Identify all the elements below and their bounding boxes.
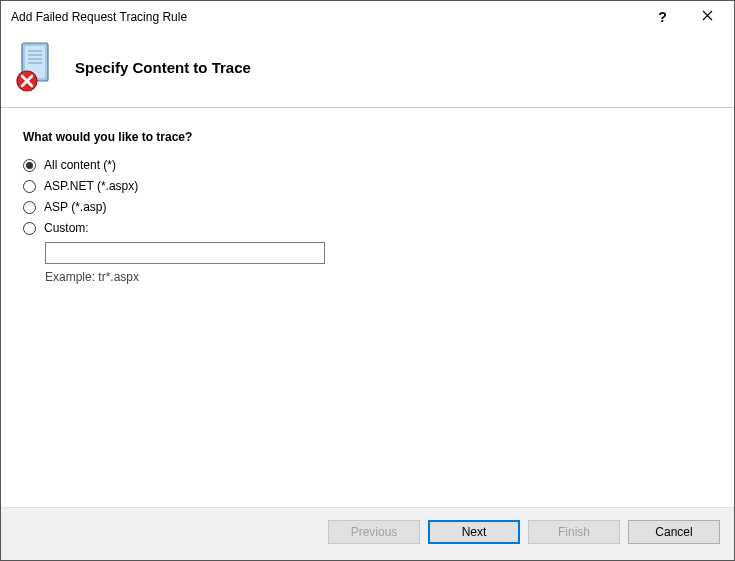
question-label: What would you like to trace? [23,130,712,144]
radio-label: ASP.NET (*.aspx) [44,179,138,193]
dialog-title: Add Failed Request Tracing Rule [11,10,640,24]
radio-custom[interactable]: Custom: [23,221,712,235]
help-icon: ? [658,9,667,25]
example-label: Example: tr*.aspx [45,270,712,284]
radio-label: All content (*) [44,158,116,172]
radio-icon [23,201,36,214]
radio-all-content[interactable]: All content (*) [23,158,712,172]
custom-pattern-input[interactable] [45,242,325,264]
custom-input-block: Example: tr*.aspx [45,242,712,284]
radio-asp[interactable]: ASP (*.asp) [23,200,712,214]
previous-button[interactable]: Previous [328,520,420,544]
radio-label: Custom: [44,221,89,235]
dialog-window: Add Failed Request Tracing Rule ? Specif… [0,0,735,561]
wizard-step-title: Specify Content to Trace [75,59,251,76]
wizard-content: What would you like to trace? All conten… [1,108,734,507]
wizard-header: Specify Content to Trace [1,33,734,108]
next-button[interactable]: Next [428,520,520,544]
radio-aspnet[interactable]: ASP.NET (*.aspx) [23,179,712,193]
titlebar: Add Failed Request Tracing Rule ? [1,1,734,33]
document-error-icon [15,41,59,93]
cancel-button[interactable]: Cancel [628,520,720,544]
close-button[interactable] [685,2,730,32]
radio-icon [23,159,36,172]
finish-button[interactable]: Finish [528,520,620,544]
radio-icon [23,180,36,193]
help-button[interactable]: ? [640,2,685,32]
radio-label: ASP (*.asp) [44,200,106,214]
wizard-footer: Previous Next Finish Cancel [1,507,734,560]
close-icon [702,10,713,24]
radio-icon [23,222,36,235]
